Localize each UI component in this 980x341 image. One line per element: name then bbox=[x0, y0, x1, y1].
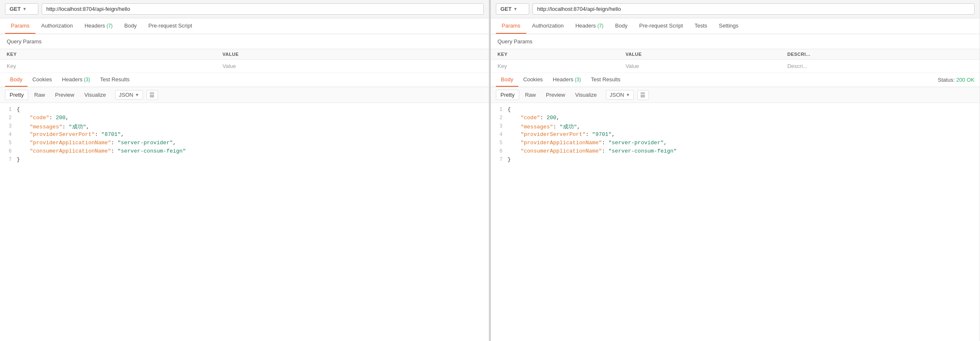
left-view-pretty[interactable]: Pretty bbox=[5, 90, 28, 100]
left-view-raw[interactable]: Raw bbox=[30, 90, 49, 100]
right-headers-badge: (7) bbox=[597, 23, 603, 29]
left-method-label: GET bbox=[10, 6, 21, 12]
right-params-table: KEY VALUE DESCRI... Key Value Descri... bbox=[491, 49, 980, 73]
right-format-label: JSON bbox=[610, 92, 624, 98]
right-line-1: 1 { bbox=[491, 106, 980, 115]
left-resp-tab-body[interactable]: Body bbox=[5, 73, 28, 87]
right-view-preview[interactable]: Preview bbox=[542, 90, 569, 100]
left-view-preview[interactable]: Preview bbox=[51, 90, 78, 100]
right-tab-params[interactable]: Params bbox=[496, 18, 526, 34]
right-line-6: 6 "consumerApplicationName": "server-con… bbox=[491, 148, 980, 156]
left-line-4: 4 "providerServerPort": "8701", bbox=[0, 131, 489, 140]
right-param-row-placeholder: Key Value Descri... bbox=[491, 60, 980, 73]
left-line-2: 2 "code": 200, bbox=[0, 115, 489, 123]
right-request-tabs: Params Authorization Headers (7) Body Pr… bbox=[491, 18, 980, 34]
left-param-row-placeholder: Key Value bbox=[0, 60, 489, 73]
left-key-placeholder[interactable]: Key bbox=[0, 60, 216, 73]
right-tab-tests[interactable]: Tests bbox=[689, 18, 713, 34]
left-method-chevron: ▼ bbox=[23, 7, 34, 11]
left-tab-headers[interactable]: Headers (7) bbox=[79, 18, 118, 34]
left-view-visualize[interactable]: Visualize bbox=[80, 90, 110, 100]
right-tab-body[interactable]: Body bbox=[609, 18, 633, 34]
left-resp-tab-headers[interactable]: Headers (3) bbox=[57, 73, 95, 87]
right-format-select[interactable]: JSON ▼ bbox=[606, 90, 634, 100]
right-view-visualize[interactable]: Visualize bbox=[571, 90, 601, 100]
left-format-select[interactable]: JSON ▼ bbox=[115, 90, 143, 100]
right-desc-placeholder[interactable]: Descri... bbox=[781, 60, 980, 73]
right-tab-authorization[interactable]: Authorization bbox=[526, 18, 570, 34]
right-line-3: 3 "messages": "成功", bbox=[491, 123, 980, 131]
left-tab-body[interactable]: Body bbox=[118, 18, 143, 34]
right-status-value: 200 OK bbox=[956, 77, 975, 83]
right-line-7: 7 } bbox=[491, 156, 980, 165]
right-url-input[interactable] bbox=[533, 3, 975, 15]
left-format-chevron: ▼ bbox=[135, 93, 139, 97]
left-resp-tab-cookies[interactable]: Cookies bbox=[28, 73, 57, 87]
right-key-header: KEY bbox=[491, 49, 619, 60]
left-request-tabs: Params Authorization Headers (7) Body Pr… bbox=[0, 18, 489, 34]
left-params-table: KEY VALUE Key Value bbox=[0, 49, 489, 73]
left-format-label: JSON bbox=[119, 92, 133, 98]
right-key-placeholder[interactable]: Key bbox=[491, 60, 619, 73]
left-method-select[interactable]: GET ▼ bbox=[5, 3, 38, 15]
right-view-raw[interactable]: Raw bbox=[521, 90, 540, 100]
right-body-toolbar: Pretty Raw Preview Visualize JSON ▼ ☰ bbox=[491, 87, 980, 103]
right-tab-prerequest[interactable]: Pre-request Script bbox=[633, 18, 689, 34]
left-line-1: 1 { bbox=[0, 106, 489, 115]
left-key-header: KEY bbox=[0, 49, 216, 60]
left-headers-badge: (7) bbox=[106, 23, 113, 29]
left-resp-headers-badge: (3) bbox=[84, 77, 90, 83]
right-value-placeholder[interactable]: Value bbox=[619, 60, 781, 73]
left-code-area: 1 { 2 "code": 200, 3 "messages": "成功", 4… bbox=[0, 103, 489, 341]
left-response-tabs: Body Cookies Headers (3) Test Results bbox=[0, 73, 489, 87]
left-url-bar: GET ▼ bbox=[0, 0, 489, 18]
right-code-area: 1 { 2 "code": 200, 3 "messages": "成功", 4… bbox=[491, 103, 980, 341]
right-method-chevron: ▼ bbox=[513, 7, 525, 11]
right-tab-settings[interactable]: Settings bbox=[713, 18, 744, 34]
right-resp-tab-testresults[interactable]: Test Results bbox=[586, 73, 626, 87]
right-line-4: 4 "providerServerPort": "9701", bbox=[491, 131, 980, 140]
right-resp-tab-cookies[interactable]: Cookies bbox=[518, 73, 548, 87]
right-tab-headers[interactable]: Headers (7) bbox=[570, 18, 609, 34]
left-wrap-button[interactable]: ☰ bbox=[146, 90, 158, 100]
right-wrap-button[interactable]: ☰ bbox=[637, 90, 649, 100]
left-tab-params[interactable]: Params bbox=[5, 18, 35, 34]
right-line-5: 5 "providerApplicationName": "server-pro… bbox=[491, 140, 980, 148]
right-panel: GET ▼ Params Authorization Headers (7) B… bbox=[491, 0, 980, 341]
right-status-label: Status: bbox=[938, 77, 955, 83]
right-desc-header: DESCRI... bbox=[781, 49, 980, 60]
left-url-input[interactable] bbox=[42, 3, 484, 15]
right-status: Status: 200 OK bbox=[938, 77, 975, 83]
left-tab-prerequest[interactable]: Pre-request Script bbox=[143, 18, 198, 34]
right-format-chevron: ▼ bbox=[626, 93, 630, 97]
right-method-label: GET bbox=[500, 6, 512, 12]
left-value-placeholder[interactable]: Value bbox=[216, 60, 489, 73]
right-response-tabs: Body Cookies Headers (3) Test Results St… bbox=[491, 73, 980, 87]
right-value-header: VALUE bbox=[619, 49, 781, 60]
right-method-select[interactable]: GET ▼ bbox=[496, 3, 529, 15]
right-resp-headers-badge: (3) bbox=[575, 77, 581, 83]
right-query-params-title: Query Params bbox=[491, 34, 980, 49]
right-resp-tab-headers[interactable]: Headers (3) bbox=[548, 73, 586, 87]
left-body-toolbar: Pretty Raw Preview Visualize JSON ▼ ☰ bbox=[0, 87, 489, 103]
right-url-bar: GET ▼ bbox=[491, 0, 980, 18]
left-resp-tab-testresults[interactable]: Test Results bbox=[95, 73, 135, 87]
right-view-pretty[interactable]: Pretty bbox=[496, 90, 519, 100]
left-line-7: 7 } bbox=[0, 156, 489, 165]
left-line-5: 5 "providerApplicationName": "server-pro… bbox=[0, 140, 489, 148]
left-line-3: 3 "messages": "成功", bbox=[0, 123, 489, 131]
left-value-header: VALUE bbox=[216, 49, 489, 60]
right-line-2: 2 "code": 200, bbox=[491, 115, 980, 123]
left-panel: GET ▼ Params Authorization Headers (7) B… bbox=[0, 0, 489, 341]
left-line-6: 6 "consumerApplicationName": "server-con… bbox=[0, 148, 489, 156]
left-tab-authorization[interactable]: Authorization bbox=[35, 18, 79, 34]
left-query-params-title: Query Params bbox=[0, 34, 489, 49]
right-resp-tab-body[interactable]: Body bbox=[496, 73, 518, 87]
